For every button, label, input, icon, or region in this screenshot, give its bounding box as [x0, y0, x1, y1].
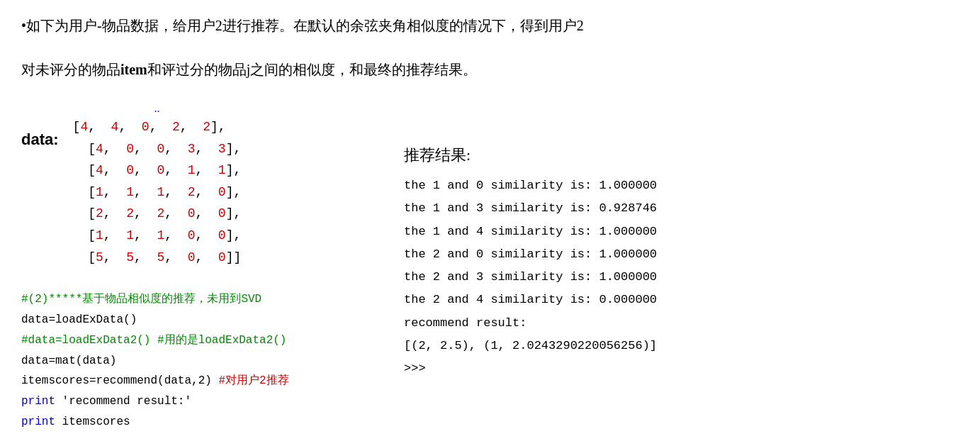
result-line-1: the 1 and 3 similarity is: 0.928746	[404, 197, 959, 220]
matrix-dots: ..	[73, 102, 242, 115]
code-section: #(2)*****基于物品相似度的推荐，未用到SVD data=loadExDa…	[21, 289, 376, 433]
matrix-row-5: [1, 1, 1, 0, 0],	[73, 225, 242, 247]
code-line-2: data=mat(data)	[21, 351, 376, 372]
matrix-row-2: [4, 0, 0, 1, 1],	[73, 160, 242, 182]
code-line-3: itemscores=recommend(data,2) #对用户2推荐	[21, 371, 376, 391]
matrix-block: .. [4, 4, 0, 2, 2], [4, 0, 0, 3, 3], [4,…	[73, 102, 242, 268]
code-line-1: data=loadExData()	[21, 310, 376, 330]
result-line-4: the 2 and 3 similarity is: 1.000000	[404, 266, 959, 289]
matrix-row-4: [2, 2, 2, 0, 0],	[73, 203, 242, 225]
code-line-comment2: #data=loadExData2() #用的是loadExData2()	[21, 330, 376, 351]
right-panel: 推荐结果: the 1 and 0 similarity is: 1.00000…	[404, 102, 959, 381]
result-line-8: >>>	[404, 357, 959, 380]
matrix-row-0: [4, 4, 0, 2, 2],	[73, 116, 242, 138]
data-label: data:	[21, 130, 59, 149]
result-line-3: the 2 and 0 similarity is: 1.000000	[404, 243, 959, 266]
result-line-7: [(2, 2.5), (1, 2.0243290220056256)]	[404, 335, 959, 357]
description-line1: •如下为用户-物品数据，给用户2进行推荐。在默认的余弦夹角相似度的情况下，得到用…	[21, 14, 959, 37]
result-title: 推荐结果:	[404, 145, 959, 166]
code-line-5: print itemscores	[21, 412, 376, 433]
main-content: data: .. [4, 4, 0, 2, 2], [4, 0, 0, 3, 3…	[21, 102, 959, 433]
code-line-comment1: #(2)*****基于物品相似度的推荐，未用到SVD	[21, 289, 376, 310]
left-panel: data: .. [4, 4, 0, 2, 2], [4, 0, 0, 3, 3…	[21, 102, 376, 433]
result-line-5: the 2 and 4 similarity is: 0.000000	[404, 289, 959, 311]
result-line-2: the 1 and 4 similarity is: 1.000000	[404, 221, 959, 243]
result-line-6: recommend result:	[404, 312, 959, 335]
matrix-row-6: [5, 5, 5, 0, 0]]	[73, 247, 242, 269]
result-line-0: the 1 and 0 similarity is: 1.000000	[404, 174, 959, 197]
code-line-4: print 'recommend result:'	[21, 391, 376, 412]
data-matrix: [4, 4, 0, 2, 2], [4, 0, 0, 3, 3], [4, 0,…	[73, 116, 242, 268]
result-output: the 1 and 0 similarity is: 1.000000 the …	[404, 174, 959, 381]
data-section: data: .. [4, 4, 0, 2, 2], [4, 0, 0, 3, 3…	[21, 102, 376, 268]
matrix-row-3: [1, 1, 1, 2, 0],	[73, 182, 242, 204]
description: •如下为用户-物品数据，给用户2进行推荐。在默认的余弦夹角相似度的情况下，得到用…	[21, 14, 959, 81]
matrix-row-1: [4, 0, 0, 3, 3],	[73, 138, 242, 160]
description-line2: 对未评分的物品item和评过分的物品j之间的相似度，和最终的推荐结果。	[21, 58, 959, 81]
